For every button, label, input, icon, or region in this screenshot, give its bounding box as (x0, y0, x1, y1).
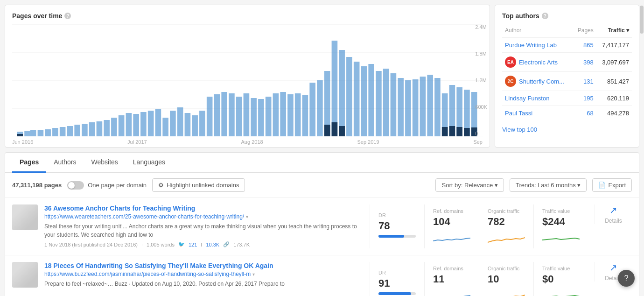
svg-rect-74 (456, 127, 462, 136)
author-pages-link[interactable]: 865 (583, 42, 594, 49)
svg-rect-9 (38, 130, 44, 136)
highlight-btn[interactable]: ⚙ Highlight unlinked domains (152, 178, 245, 192)
tab-websites[interactable]: Websites (84, 153, 126, 173)
svg-rect-70 (332, 122, 338, 136)
svg-rect-34 (221, 92, 227, 136)
author-row: Purdue Writing Lab 865 7,417,177 (502, 38, 632, 53)
author-pages-link[interactable]: 68 (587, 110, 593, 117)
result-title[interactable]: 36 Awesome Anchor Charts for Teaching Wr… (44, 204, 363, 212)
organic-traffic-metric: Organic traffic 10 (479, 262, 533, 296)
organic-traffic-value: 782 (488, 216, 525, 228)
svg-rect-35 (229, 93, 235, 136)
dr-bar (378, 235, 416, 238)
chart-info-icon[interactable]: ? (64, 13, 71, 19)
twitter-count: 121 (189, 242, 197, 247)
view-top-100-link[interactable]: View top 100 (502, 126, 632, 133)
svg-rect-42 (280, 92, 286, 136)
author-traffic-cell: 620,119 (596, 91, 632, 106)
dr-bar (378, 292, 416, 295)
author-traffic-cell: 7,417,177 (596, 38, 632, 53)
organic-traffic-label: Organic traffic (488, 266, 525, 271)
svg-rect-50 (339, 50, 345, 136)
svg-rect-19 (111, 118, 117, 136)
help-button[interactable]: ? (618, 270, 635, 287)
traffic-value-metric: Traffic value $244 (533, 204, 588, 248)
svg-rect-6 (17, 134, 23, 136)
svg-rect-27 (170, 111, 176, 136)
author-row: 2C Shutterfly Com... 131 851,427 (502, 72, 632, 91)
tab-pages[interactable]: Pages (12, 153, 46, 173)
organic-traffic-value: 10 (488, 273, 525, 285)
export-icon: 📄 (598, 182, 606, 189)
chart-title-text: Pages over time (12, 12, 62, 20)
result-info: 18 Pieces Of Handwriting So Satisfying T… (44, 262, 363, 290)
author-pages-cell: 68 (573, 106, 596, 121)
svg-rect-30 (192, 115, 198, 136)
author-link[interactable]: Electronic Arts (519, 59, 558, 66)
traffic-value-chart (542, 288, 580, 296)
result-thumbnail (12, 204, 38, 230)
author-link[interactable]: Lindsay Funston (505, 95, 549, 102)
svg-rect-54 (368, 64, 374, 136)
sort-btn[interactable]: Sort by: Relevance ▾ (435, 178, 504, 192)
svg-rect-20 (119, 115, 125, 136)
svg-rect-46 (309, 83, 315, 136)
author-avatar: 2C (505, 76, 516, 87)
author-name-cell: Lindsay Funston (502, 91, 573, 106)
svg-rect-72 (442, 127, 448, 136)
author-pages-link[interactable]: 398 (583, 59, 594, 66)
author-link[interactable]: Paul Tassi (505, 110, 532, 117)
author-pages-link[interactable]: 131 (583, 78, 594, 85)
svg-rect-28 (177, 107, 183, 136)
svg-rect-32 (207, 97, 213, 136)
svg-rect-61 (420, 77, 426, 136)
ref-domains-value: 11 (433, 273, 470, 285)
dr-label: DR (378, 212, 416, 218)
link-count: 173.7K (233, 242, 250, 247)
col-author: Author (502, 25, 573, 38)
svg-rect-21 (126, 113, 132, 136)
result-info: 36 Awesome Anchor Charts for Teaching Wr… (44, 204, 363, 247)
author-name-cell: Purdue Writing Lab (502, 38, 573, 53)
page-count: 47,311,198 pages (12, 182, 62, 189)
dr-metric: DR 91 (370, 262, 424, 296)
scrollbar[interactable] (639, 0, 644, 296)
export-btn[interactable]: 📄 Export (592, 178, 632, 192)
author-pages-link[interactable]: 195 (583, 95, 594, 102)
url-arrow-icon[interactable]: ▾ (246, 214, 248, 219)
chart-panel: Pages over time ? (5, 5, 490, 148)
result-thumbnail (12, 262, 38, 288)
svg-rect-52 (354, 62, 360, 136)
author-link[interactable]: Shutterfly Com... (519, 78, 564, 85)
organic-traffic-chart (488, 231, 525, 245)
result-desc: Steal these for your writing unit!... An… (44, 222, 363, 239)
one-page-toggle[interactable] (67, 181, 84, 190)
tab-languages[interactable]: Languages (126, 153, 173, 173)
col-traffic[interactable]: Traffic ▾ (596, 25, 632, 38)
details-label[interactable]: Details (605, 218, 622, 224)
toggle-knob (68, 182, 75, 189)
svg-rect-15 (82, 124, 88, 136)
col-pages[interactable]: Pages (573, 25, 596, 38)
trends-btn[interactable]: Trends: Last 6 months ▾ (510, 178, 587, 192)
traffic-value-chart (542, 231, 580, 245)
organic-traffic-chart (488, 288, 525, 296)
tab-authors[interactable]: Authors (46, 153, 84, 173)
details-trend-icon: ↗ (609, 204, 617, 216)
svg-rect-59 (405, 80, 411, 136)
result-title[interactable]: 18 Pieces Of Handwriting So Satisfying T… (44, 262, 363, 269)
author-name-cell: Paul Tassi (502, 106, 573, 121)
svg-rect-62 (427, 75, 433, 136)
svg-rect-44 (295, 93, 301, 136)
result-item: 18 Pieces Of Handwriting So Satisfying T… (5, 255, 639, 296)
sidebar-info-icon[interactable]: ? (542, 13, 548, 19)
svg-rect-18 (104, 120, 110, 136)
url-arrow-icon[interactable]: ▾ (252, 272, 255, 277)
svg-rect-14 (74, 125, 80, 136)
svg-rect-73 (449, 126, 455, 136)
author-link[interactable]: Purdue Writing Lab (505, 42, 557, 49)
result-item: 36 Awesome Anchor Charts for Teaching Wr… (5, 198, 639, 255)
scrollbar-thumb[interactable] (640, 6, 644, 34)
chart-y-labels: 2.4M 1.8M 1.2M 600K 0 (475, 24, 487, 136)
svg-rect-38 (251, 98, 257, 136)
